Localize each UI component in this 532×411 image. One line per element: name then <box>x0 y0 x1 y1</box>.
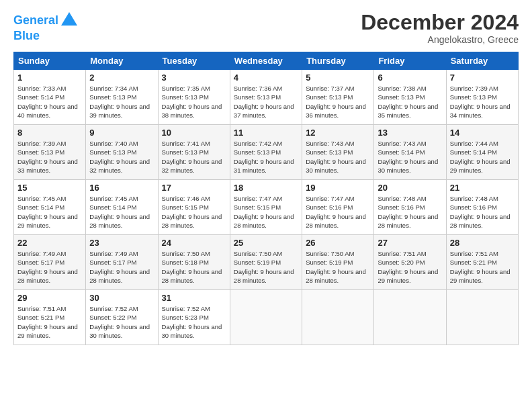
day-number: 19 <box>306 183 370 193</box>
calendar-header-monday: Monday <box>86 52 158 70</box>
day-number: 23 <box>89 238 154 248</box>
calendar-week-row: 8 Sunrise: 7:39 AMSunset: 5:13 PMDayligh… <box>14 125 519 180</box>
calendar-day-cell: 18 Sunrise: 7:47 AMSunset: 5:15 PMDaylig… <box>230 180 302 235</box>
calendar-day-cell: 10 Sunrise: 7:41 AMSunset: 5:13 PMDaylig… <box>158 125 230 180</box>
month-title: December 2024 <box>361 11 519 34</box>
day-number: 9 <box>89 128 154 138</box>
day-number: 14 <box>450 128 515 138</box>
calendar-day-cell: 5 Sunrise: 7:37 AMSunset: 5:13 PMDayligh… <box>302 70 374 125</box>
day-number: 1 <box>17 73 82 83</box>
day-number: 31 <box>162 293 226 303</box>
day-info: Sunrise: 7:51 AMSunset: 5:20 PMDaylight:… <box>378 250 438 284</box>
subtitle: Angelokastro, Greece <box>361 34 519 45</box>
day-number: 30 <box>89 293 154 303</box>
day-info: Sunrise: 7:52 AMSunset: 5:23 PMDaylight:… <box>162 305 222 339</box>
day-info: Sunrise: 7:39 AMSunset: 5:13 PMDaylight:… <box>17 140 78 174</box>
day-info: Sunrise: 7:47 AMSunset: 5:16 PMDaylight:… <box>306 195 366 229</box>
day-number: 7 <box>450 73 515 83</box>
day-info: Sunrise: 7:39 AMSunset: 5:13 PMDaylight:… <box>450 85 511 119</box>
calendar-day-cell: 3 Sunrise: 7:35 AMSunset: 5:13 PMDayligh… <box>158 70 230 125</box>
calendar-day-cell: 19 Sunrise: 7:47 AMSunset: 5:16 PMDaylig… <box>302 180 374 235</box>
day-number: 18 <box>234 183 298 193</box>
day-info: Sunrise: 7:33 AMSunset: 5:14 PMDaylight:… <box>17 85 78 119</box>
calendar-day-cell <box>230 290 302 345</box>
calendar-day-cell: 14 Sunrise: 7:44 AMSunset: 5:14 PMDaylig… <box>446 125 518 180</box>
day-number: 22 <box>17 238 82 248</box>
calendar-day-cell: 21 Sunrise: 7:48 AMSunset: 5:16 PMDaylig… <box>446 180 518 235</box>
day-number: 20 <box>378 183 442 193</box>
calendar-week-row: 1 Sunrise: 7:33 AMSunset: 5:14 PMDayligh… <box>14 70 519 125</box>
day-info: Sunrise: 7:44 AMSunset: 5:14 PMDaylight:… <box>450 140 511 174</box>
calendar-day-cell: 30 Sunrise: 7:52 AMSunset: 5:22 PMDaylig… <box>86 290 158 345</box>
day-info: Sunrise: 7:35 AMSunset: 5:13 PMDaylight:… <box>162 85 222 119</box>
calendar-header-row: SundayMondayTuesdayWednesdayThursdayFrid… <box>14 52 519 70</box>
calendar-day-cell: 16 Sunrise: 7:45 AMSunset: 5:14 PMDaylig… <box>86 180 158 235</box>
calendar-header-friday: Friday <box>374 52 446 70</box>
calendar-day-cell: 8 Sunrise: 7:39 AMSunset: 5:13 PMDayligh… <box>14 125 86 180</box>
day-number: 15 <box>17 183 82 193</box>
day-info: Sunrise: 7:48 AMSunset: 5:16 PMDaylight:… <box>378 195 438 229</box>
day-number: 12 <box>306 128 370 138</box>
day-info: Sunrise: 7:51 AMSunset: 5:21 PMDaylight:… <box>17 305 78 339</box>
day-number: 27 <box>378 238 442 248</box>
day-info: Sunrise: 7:49 AMSunset: 5:17 PMDaylight:… <box>17 250 78 284</box>
calendar-day-cell <box>446 290 518 345</box>
calendar-header-sunday: Sunday <box>14 52 86 70</box>
day-number: 4 <box>234 73 298 83</box>
day-info: Sunrise: 7:41 AMSunset: 5:13 PMDaylight:… <box>162 140 222 174</box>
calendar-day-cell: 24 Sunrise: 7:50 AMSunset: 5:18 PMDaylig… <box>158 235 230 290</box>
header: General Blue December 2024 Angelokastro,… <box>13 11 519 45</box>
day-number: 5 <box>306 73 370 83</box>
day-info: Sunrise: 7:49 AMSunset: 5:17 PMDaylight:… <box>89 250 150 284</box>
day-info: Sunrise: 7:47 AMSunset: 5:15 PMDaylight:… <box>234 195 294 229</box>
title-block: December 2024 Angelokastro, Greece <box>361 11 519 45</box>
day-info: Sunrise: 7:51 AMSunset: 5:21 PMDaylight:… <box>450 250 511 284</box>
day-info: Sunrise: 7:38 AMSunset: 5:13 PMDaylight:… <box>378 85 438 119</box>
calendar-day-cell: 12 Sunrise: 7:43 AMSunset: 5:13 PMDaylig… <box>302 125 374 180</box>
day-number: 8 <box>17 128 82 138</box>
day-number: 10 <box>162 128 226 138</box>
day-number: 2 <box>89 73 154 83</box>
calendar-day-cell: 27 Sunrise: 7:51 AMSunset: 5:20 PMDaylig… <box>374 235 446 290</box>
calendar-week-row: 29 Sunrise: 7:51 AMSunset: 5:21 PMDaylig… <box>14 290 519 345</box>
calendar-week-row: 15 Sunrise: 7:45 AMSunset: 5:14 PMDaylig… <box>14 180 519 235</box>
day-number: 29 <box>17 293 82 303</box>
svg-marker-0 <box>61 12 77 26</box>
day-number: 26 <box>306 238 370 248</box>
day-number: 13 <box>378 128 442 138</box>
calendar-day-cell: 6 Sunrise: 7:38 AMSunset: 5:13 PMDayligh… <box>374 70 446 125</box>
day-info: Sunrise: 7:48 AMSunset: 5:16 PMDaylight:… <box>450 195 511 229</box>
day-info: Sunrise: 7:50 AMSunset: 5:18 PMDaylight:… <box>162 250 222 284</box>
day-number: 24 <box>162 238 226 248</box>
calendar-day-cell: 28 Sunrise: 7:51 AMSunset: 5:21 PMDaylig… <box>446 235 518 290</box>
calendar-day-cell: 9 Sunrise: 7:40 AMSunset: 5:13 PMDayligh… <box>86 125 158 180</box>
day-number: 28 <box>450 238 515 248</box>
day-info: Sunrise: 7:43 AMSunset: 5:14 PMDaylight:… <box>378 140 438 174</box>
calendar-day-cell: 13 Sunrise: 7:43 AMSunset: 5:14 PMDaylig… <box>374 125 446 180</box>
day-info: Sunrise: 7:37 AMSunset: 5:13 PMDaylight:… <box>306 85 366 119</box>
day-info: Sunrise: 7:50 AMSunset: 5:19 PMDaylight:… <box>234 250 294 284</box>
day-info: Sunrise: 7:45 AMSunset: 5:14 PMDaylight:… <box>17 195 78 229</box>
day-info: Sunrise: 7:46 AMSunset: 5:15 PMDaylight:… <box>162 195 222 229</box>
logo-text: General <box>13 14 58 26</box>
calendar-header-tuesday: Tuesday <box>158 52 230 70</box>
calendar-day-cell <box>374 290 446 345</box>
calendar-day-cell: 17 Sunrise: 7:46 AMSunset: 5:15 PMDaylig… <box>158 180 230 235</box>
day-number: 11 <box>234 128 298 138</box>
calendar-day-cell: 4 Sunrise: 7:36 AMSunset: 5:13 PMDayligh… <box>230 70 302 125</box>
calendar-day-cell: 29 Sunrise: 7:51 AMSunset: 5:21 PMDaylig… <box>14 290 86 345</box>
calendar-day-cell <box>302 290 374 345</box>
calendar-day-cell: 1 Sunrise: 7:33 AMSunset: 5:14 PMDayligh… <box>14 70 86 125</box>
day-info: Sunrise: 7:40 AMSunset: 5:13 PMDaylight:… <box>89 140 150 174</box>
logo-icon <box>60 11 79 30</box>
calendar-header-thursday: Thursday <box>302 52 374 70</box>
calendar-day-cell: 7 Sunrise: 7:39 AMSunset: 5:13 PMDayligh… <box>446 70 518 125</box>
day-info: Sunrise: 7:43 AMSunset: 5:13 PMDaylight:… <box>306 140 366 174</box>
logo: General Blue <box>13 11 79 42</box>
page: General Blue December 2024 Angelokastro,… <box>0 0 532 352</box>
day-number: 3 <box>162 73 226 83</box>
day-info: Sunrise: 7:34 AMSunset: 5:13 PMDaylight:… <box>89 85 150 119</box>
day-number: 16 <box>89 183 154 193</box>
calendar-table: SundayMondayTuesdayWednesdayThursdayFrid… <box>13 52 519 345</box>
day-info: Sunrise: 7:50 AMSunset: 5:19 PMDaylight:… <box>306 250 366 284</box>
